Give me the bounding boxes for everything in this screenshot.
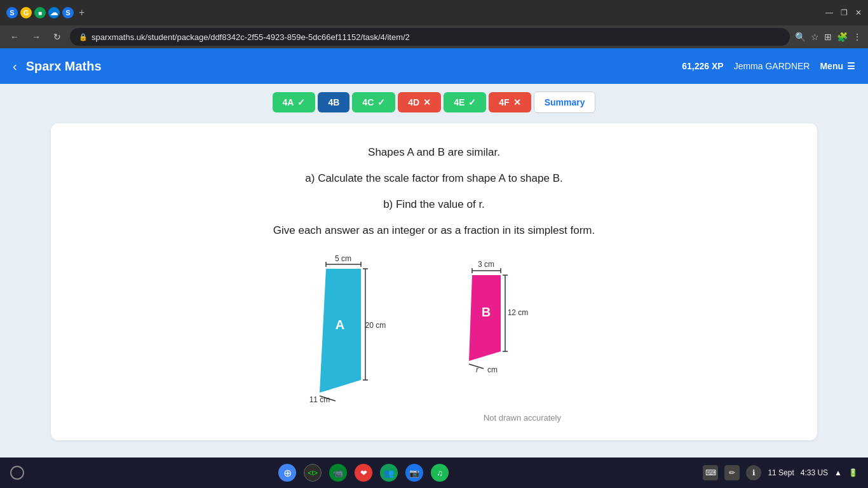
reload-button[interactable]: ↻ <box>50 29 65 44</box>
header-right: 61,226 XP Jemma GARDNER Menu ☰ <box>682 61 855 71</box>
shape-b-container: 3 cm B 12 cm r cm Not drawn <box>459 253 561 423</box>
window-controls: — ❐ ✕ <box>825 8 862 17</box>
address-bar[interactable]: 🔒 sparxmaths.uk/student/package/ddf8342c… <box>70 28 790 46</box>
pen-icon[interactable]: ✏ <box>724 465 740 480</box>
taskbar-right: ⌨ ✏ ℹ 11 Sept 4:33 US ▲ 🔋 <box>703 465 858 480</box>
menu-button[interactable]: Menu ☰ <box>820 61 855 71</box>
taskbar-circle <box>10 466 24 480</box>
header-left: ‹ Sparx Maths <box>13 59 102 74</box>
hamburger-icon: ☰ <box>847 61 855 71</box>
tab-4[interactable]: ☁ <box>48 7 60 18</box>
meet-icon[interactable]: 📹 <box>329 464 347 482</box>
back-nav-button[interactable]: ← <box>6 29 23 44</box>
svg-text:12 cm: 12 cm <box>508 308 529 317</box>
close-button[interactable]: ✕ <box>855 8 862 17</box>
tab-4a[interactable]: 4A ✓ <box>273 92 316 112</box>
question-card: Shapes A and B are similar. a) Calculate… <box>51 123 817 440</box>
tab-4d[interactable]: 4D ✕ <box>398 92 441 112</box>
tab-4f-x: ✕ <box>513 97 521 107</box>
maximize-button[interactable]: ❐ <box>841 8 848 17</box>
tab-1[interactable]: S <box>6 7 18 18</box>
question-line4: Give each answer as an integer or as a f… <box>76 222 792 240</box>
wifi-icon: ▲ <box>834 468 842 477</box>
tab-4c-label: 4C <box>362 97 374 107</box>
main-content: Shapes A and B are similar. a) Calculate… <box>0 113 868 451</box>
browser-chrome: S G ■ ☁ S + — ❐ ✕ <box>0 0 868 25</box>
shape-b-label: B <box>482 305 491 319</box>
browser-tabs: S G ■ ☁ S + <box>6 7 87 18</box>
taskbar: ⊕ <t> 📹 ❤ 👥 📷 ♫ ⌨ ✏ ℹ 11 Sept 4:33 US ▲ … <box>0 458 868 488</box>
url-text: sparxmaths.uk/student/package/ddf8342c-2… <box>92 32 410 42</box>
svg-text:3 cm: 3 cm <box>478 260 494 269</box>
tab-4e[interactable]: 4E ✓ <box>444 92 486 112</box>
shape-b-svg: 3 cm B 12 cm r cm <box>459 253 561 405</box>
tab-summary[interactable]: Summary <box>534 92 596 113</box>
hangouts-icon[interactable]: 👥 <box>380 464 398 482</box>
xp-display: 61,226 XP <box>682 61 723 71</box>
info-icon[interactable]: ℹ <box>746 465 761 480</box>
tab-4e-label: 4E <box>454 97 465 107</box>
diagram-area: 5 cm A 20 cm 11 cm <box>76 253 792 423</box>
svg-text:20 cm: 20 cm <box>365 321 386 330</box>
browser-action-icons: 🔍 ☆ ⊞ 🧩 ⋮ <box>795 32 862 42</box>
minimize-button[interactable]: — <box>825 8 833 17</box>
tab-4f[interactable]: 4F ✕ <box>489 92 531 112</box>
spotify-icon[interactable]: ♫ <box>431 464 449 482</box>
terminal-icon[interactable]: <t> <box>304 464 322 482</box>
svg-text:5 cm: 5 cm <box>335 254 351 263</box>
tab-4b[interactable]: 4B <box>318 92 349 112</box>
browser-toolbar: ← → ↻ 🔒 sparxmaths.uk/student/package/dd… <box>0 25 868 48</box>
taskbar-date: 11 Sept <box>768 468 794 477</box>
question-line3: b) Find the value of r. <box>76 196 792 214</box>
question-text: Shapes A and B are similar. a) Calculate… <box>76 144 792 240</box>
new-tab-button[interactable]: + <box>76 7 87 18</box>
shape-a-container: 5 cm A 20 cm 11 cm <box>307 253 409 408</box>
back-button[interactable]: ‹ <box>13 59 17 74</box>
tab-navigation: 4A ✓ 4B 4C ✓ 4D ✕ 4E ✓ 4F ✕ Summary <box>0 84 868 113</box>
search-icon[interactable]: 🔍 <box>795 32 806 42</box>
tab-4d-x: ✕ <box>423 97 431 107</box>
tab-4b-label: 4B <box>328 97 339 107</box>
lock-icon: 🔒 <box>79 33 88 41</box>
taskbar-center: ⊕ <t> 📹 ❤ 👥 📷 ♫ <box>278 464 449 482</box>
tab-4a-label: 4A <box>283 97 294 107</box>
menu-dots-icon[interactable]: ⋮ <box>853 32 862 42</box>
tab-4a-check: ✓ <box>297 97 305 107</box>
forward-nav-button[interactable]: → <box>28 29 44 44</box>
tab-4c[interactable]: 4C ✓ <box>352 92 395 112</box>
red-app-icon[interactable]: ❤ <box>355 464 372 482</box>
question-line2: a) Calculate the scale factor from shape… <box>76 170 792 188</box>
camera-icon[interactable]: 📷 <box>405 464 423 482</box>
user-name: Jemma GARDNER <box>734 61 810 71</box>
extension-icon[interactable]: ⊞ <box>824 32 832 42</box>
svg-text:11 cm: 11 cm <box>309 395 330 404</box>
tab-4e-check: ✓ <box>468 97 476 107</box>
tab-4c-check: ✓ <box>377 97 385 107</box>
sparx-logo: Sparx Maths <box>26 59 102 74</box>
tab-4d-label: 4D <box>408 97 419 107</box>
tab-3[interactable]: ■ <box>34 7 46 18</box>
tab-4f-label: 4F <box>499 97 509 107</box>
puzzle-icon[interactable]: 🧩 <box>837 32 848 42</box>
keyboard-icon[interactable]: ⌨ <box>703 465 718 480</box>
question-line1: Shapes A and B are similar. <box>76 144 792 162</box>
svg-text:cm: cm <box>487 365 498 374</box>
taskbar-time: 4:33 US <box>801 468 828 477</box>
taskbar-left <box>10 466 24 480</box>
shape-a-label: A <box>336 318 344 332</box>
chrome-icon[interactable]: ⊕ <box>278 464 296 482</box>
not-drawn-note: Not drawn accurately <box>459 413 561 423</box>
tab-summary-label: Summary <box>545 97 585 107</box>
star-icon[interactable]: ☆ <box>811 32 819 42</box>
battery-icon: 🔋 <box>848 468 858 477</box>
app-header: ‹ Sparx Maths 61,226 XP Jemma GARDNER Me… <box>0 48 868 84</box>
tab-2[interactable]: G <box>20 7 32 18</box>
shape-a-svg: 5 cm A 20 cm 11 cm <box>307 253 409 405</box>
tab-5[interactable]: S <box>62 7 74 18</box>
